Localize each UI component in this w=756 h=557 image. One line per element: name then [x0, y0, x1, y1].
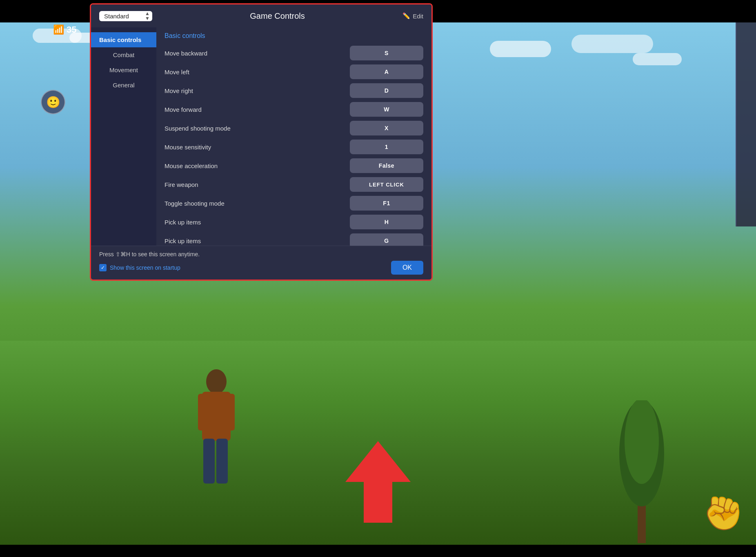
- key-binding-button[interactable]: A: [350, 64, 423, 79]
- preset-dropdown[interactable]: Standard: [99, 11, 152, 21]
- sidebar-item-combat-label: Combat: [113, 51, 135, 58]
- sidebar-item-combat[interactable]: Combat: [91, 47, 156, 62]
- control-row: Pick up itemsH: [165, 213, 423, 231]
- edit-button-label: Edit: [413, 13, 423, 20]
- svg-rect-5: [203, 439, 215, 484]
- character-svg: [176, 361, 257, 524]
- right-edge-panel: [736, 22, 756, 226]
- control-label: Pick up items: [165, 237, 350, 244]
- control-row: Move forwardW: [165, 100, 423, 119]
- hud-top-left: 📶 35: [53, 24, 76, 35]
- smiley-hud-button[interactable]: 🙂: [41, 90, 65, 114]
- black-bar-bottom: [0, 545, 756, 557]
- control-label: Fire weapon: [165, 181, 350, 188]
- footer-hint: Press ⇧⌘H to see this screen anytime.: [99, 251, 423, 257]
- section-header-basic-controls: Basic controls: [165, 32, 423, 40]
- sidebar-item-general[interactable]: General: [91, 78, 156, 93]
- sidebar-item-basic-controls-label: Basic controls: [99, 36, 141, 43]
- svg-point-9: [625, 400, 659, 484]
- control-rows-container: Move backwardSMove leftAMove rightDMove …: [165, 44, 423, 246]
- ok-button[interactable]: OK: [391, 261, 423, 275]
- dialog-header: Standard ▲ ▼ Game Controls ✏️ Edit: [91, 4, 431, 27]
- control-label: Move left: [165, 69, 350, 75]
- hand-icon: ✊: [703, 494, 744, 533]
- game-controls-dialog: Standard ▲ ▼ Game Controls ✏️ Edit Basic…: [90, 3, 433, 281]
- dialog-body: Basic controls Combat Movement General B…: [91, 27, 431, 246]
- svg-rect-6: [216, 439, 228, 484]
- key-binding-button[interactable]: D: [350, 83, 423, 98]
- control-row: Move leftA: [165, 62, 423, 81]
- startup-checkbox[interactable]: ✓: [99, 264, 107, 271]
- control-row: Move rightD: [165, 81, 423, 100]
- controls-panel: Basic controls Move backwardSMove leftAM…: [156, 27, 431, 246]
- key-binding-button[interactable]: LEFT CLICK: [350, 177, 423, 192]
- character-silhouette: [176, 361, 257, 524]
- tree-svg: [617, 400, 666, 543]
- control-label: Toggle shooting mode: [165, 200, 350, 207]
- sidebar-item-basic-controls[interactable]: Basic controls: [91, 32, 156, 47]
- sidebar: Basic controls Combat Movement General: [91, 27, 156, 246]
- sidebar-item-movement-label: Movement: [109, 67, 138, 73]
- preset-dropdown-wrapper[interactable]: Standard ▲ ▼: [99, 11, 152, 21]
- svg-rect-3: [198, 394, 208, 431]
- control-label: Mouse sensitivity: [165, 144, 350, 151]
- edit-button[interactable]: ✏️ Edit: [402, 12, 423, 20]
- startup-checkbox-row[interactable]: ✓ Show this screen on startup: [99, 264, 180, 271]
- key-binding-button[interactable]: G: [350, 233, 423, 246]
- dialog-footer: Press ⇧⌘H to see this screen anytime. ✓ …: [91, 246, 431, 280]
- key-binding-button[interactable]: 1: [350, 140, 423, 154]
- key-binding-button[interactable]: W: [350, 102, 423, 117]
- ok-button-label: OK: [402, 264, 412, 271]
- sidebar-item-general-label: General: [113, 82, 134, 89]
- wifi-icon: 📶: [53, 24, 64, 35]
- startup-checkbox-label: Show this screen on startup: [110, 264, 180, 271]
- key-binding-button[interactable]: X: [350, 121, 423, 135]
- control-label: Pick up items: [165, 219, 350, 226]
- key-binding-button[interactable]: False: [350, 158, 423, 173]
- control-row: Toggle shooting modeF1: [165, 194, 423, 213]
- up-arrow-svg: [345, 441, 411, 523]
- control-row: Mouse sensitivity1: [165, 138, 423, 156]
- control-label: Move right: [165, 87, 350, 94]
- control-label: Move forward: [165, 106, 350, 113]
- svg-rect-4: [225, 394, 235, 431]
- pencil-icon: ✏️: [402, 12, 410, 20]
- svg-point-1: [206, 369, 227, 394]
- cloud-5: [633, 53, 682, 65]
- signal-strength: 35: [67, 24, 76, 35]
- control-label: Move backward: [165, 50, 350, 57]
- key-binding-button[interactable]: H: [350, 215, 423, 229]
- sidebar-item-movement[interactable]: Movement: [91, 62, 156, 78]
- smiley-icon: 🙂: [46, 95, 60, 109]
- control-row: Fire weaponLEFT CLICK: [165, 175, 423, 194]
- arrow-annotation: [345, 441, 411, 524]
- key-binding-button[interactable]: S: [350, 46, 423, 60]
- dialog-title: Game Controls: [152, 11, 402, 21]
- checkmark-icon: ✓: [101, 265, 105, 271]
- svg-marker-0: [345, 441, 411, 523]
- control-label: Suspend shooting mode: [165, 125, 350, 132]
- control-row: Suspend shooting modeX: [165, 119, 423, 138]
- control-row: Mouse accelerationFalse: [165, 156, 423, 175]
- key-binding-button[interactable]: F1: [350, 196, 423, 211]
- footer-bottom: ✓ Show this screen on startup OK: [99, 261, 423, 275]
- cloud-3: [490, 41, 551, 57]
- cloud-4: [571, 35, 653, 53]
- control-row: Pick up itemsG: [165, 231, 423, 246]
- tree-right: [617, 400, 666, 545]
- control-row: Move backwardS: [165, 44, 423, 62]
- control-label: Mouse acceleration: [165, 162, 350, 169]
